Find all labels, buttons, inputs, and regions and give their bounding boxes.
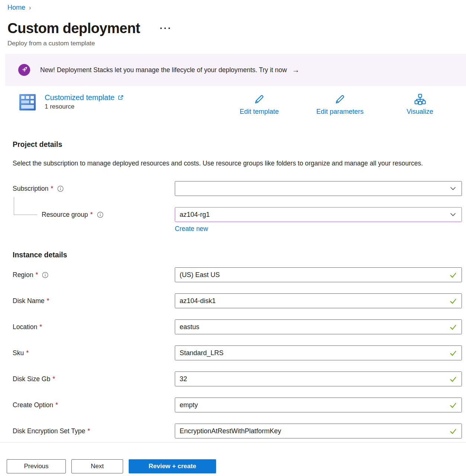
field-value: eastus — [180, 323, 199, 331]
input-disk-size-gb[interactable]: 32 — [175, 372, 462, 386]
resource-count: 1 resource — [45, 103, 124, 110]
valid-check-icon — [449, 427, 457, 435]
resource-group-dropdown[interactable]: az104-rg1 — [175, 207, 462, 222]
field-label: Disk Size Gb — [13, 375, 50, 383]
project-details-heading: Project details — [13, 140, 466, 149]
edit-template-label: Edit template — [222, 108, 296, 116]
input-disk-encryption-set-type[interactable]: EncryptionAtRestWithPlatformKey — [175, 424, 462, 438]
valid-check-icon — [449, 271, 457, 279]
deployment-stacks-banner[interactable]: New! Deployment Stacks let you manage th… — [5, 54, 466, 86]
template-icon — [19, 93, 36, 111]
footer-bar: Previous Next Review + create — [0, 443, 466, 476]
template-bar: Customized template 1 resource Edit temp… — [0, 93, 466, 115]
edit-parameters-button[interactable]: Edit parameters — [303, 93, 377, 116]
field-row-location: Location * eastus — [13, 319, 466, 334]
breadcrumb: Home › — [7, 4, 466, 12]
info-icon[interactable] — [57, 186, 64, 192]
page-subtitle: Deploy from a custom template — [7, 40, 466, 47]
previous-button[interactable]: Previous — [7, 459, 66, 473]
breadcrumb-chevron-icon: › — [29, 4, 31, 11]
org-chart-icon — [414, 93, 426, 105]
required-asterisk: * — [39, 323, 42, 331]
ellipsis-dot — [164, 28, 166, 29]
edit-template-button[interactable]: Edit template — [222, 93, 296, 116]
ellipsis-dot — [168, 28, 170, 29]
field-label: Sku — [13, 349, 24, 357]
subscription-label: Subscription — [13, 185, 48, 193]
pencil-icon — [253, 93, 265, 105]
visualize-label: Visualize — [383, 108, 457, 116]
valid-check-icon — [449, 297, 457, 305]
required-asterisk: * — [87, 427, 90, 435]
resource-group-label: Resource group — [42, 211, 88, 219]
chevron-down-icon — [449, 210, 457, 219]
next-button[interactable]: Next — [71, 459, 123, 473]
more-menu-button[interactable] — [158, 25, 172, 31]
field-value: Standard_LRS — [180, 349, 224, 357]
field-row-disk-encryption-set-type: Disk Encryption Set Type * EncryptionAtR… — [13, 424, 466, 438]
field-row-subscription: Subscription * — [13, 181, 466, 196]
valid-check-icon — [449, 401, 457, 409]
ellipsis-dot — [160, 28, 162, 29]
field-label: Location — [13, 323, 37, 331]
field-label: Disk Encryption Set Type — [13, 427, 85, 435]
field-value: 32 — [180, 375, 187, 383]
field-value: (US) East US — [180, 271, 220, 279]
customized-template-label: Customized template — [45, 93, 115, 102]
edit-parameters-label: Edit parameters — [303, 108, 377, 116]
valid-check-icon — [449, 323, 457, 331]
info-icon[interactable] — [97, 212, 103, 218]
instance-details-heading: Instance details — [13, 251, 466, 259]
field-row-create-option: Create Option * empty — [13, 398, 466, 412]
input-create-option[interactable]: empty — [175, 398, 462, 412]
field-value: EncryptionAtRestWithPlatformKey — [180, 427, 281, 435]
required-asterisk: * — [26, 349, 29, 357]
input-location[interactable]: eastus — [175, 319, 462, 334]
field-row-resource-group: Resource group * az104-rg1 — [13, 207, 466, 222]
field-row-sku: Sku * Standard_LRS — [13, 345, 466, 360]
field-value: az104-disk1 — [180, 297, 216, 305]
required-asterisk: * — [90, 211, 93, 219]
input-region[interactable]: (US) East US — [175, 267, 462, 282]
banner-message: New! Deployment Stacks let you manage th… — [40, 66, 287, 74]
required-asterisk: * — [35, 271, 38, 279]
required-asterisk: * — [51, 185, 53, 193]
field-label: Disk Name — [13, 297, 45, 305]
external-link-icon — [118, 94, 124, 101]
field-label: Region — [13, 271, 33, 279]
rocket-icon — [18, 64, 30, 76]
field-label: Create Option — [13, 401, 53, 409]
info-icon[interactable] — [42, 272, 48, 278]
required-asterisk: * — [47, 297, 49, 305]
required-asterisk: * — [55, 401, 58, 409]
field-row-disk-size-gb: Disk Size Gb * 32 — [13, 372, 466, 386]
input-disk-name[interactable]: az104-disk1 — [175, 293, 462, 308]
arrow-right-icon: → — [292, 66, 299, 74]
project-details-description: Select the subscription to manage deploy… — [13, 158, 440, 169]
page-title: Custom deployment — [7, 20, 140, 36]
required-asterisk: * — [52, 375, 55, 383]
valid-check-icon — [449, 375, 457, 383]
chevron-down-icon — [449, 184, 457, 193]
review-create-button[interactable]: Review + create — [129, 459, 216, 473]
create-new-link[interactable]: Create new — [175, 225, 208, 232]
field-row-disk-name: Disk Name * az104-disk1 — [13, 293, 466, 308]
resource-group-value: az104-rg1 — [180, 211, 210, 219]
customized-template-link[interactable]: Customized template — [45, 93, 124, 102]
field-value: empty — [180, 401, 198, 409]
breadcrumb-home-link[interactable]: Home — [7, 4, 25, 12]
pencil-icon — [334, 93, 346, 105]
field-row-region: Region * (US) East US — [13, 267, 466, 282]
valid-check-icon — [449, 349, 457, 357]
input-sku[interactable]: Standard_LRS — [175, 345, 462, 360]
subscription-dropdown[interactable] — [175, 181, 462, 196]
visualize-button[interactable]: Visualize — [383, 93, 457, 116]
